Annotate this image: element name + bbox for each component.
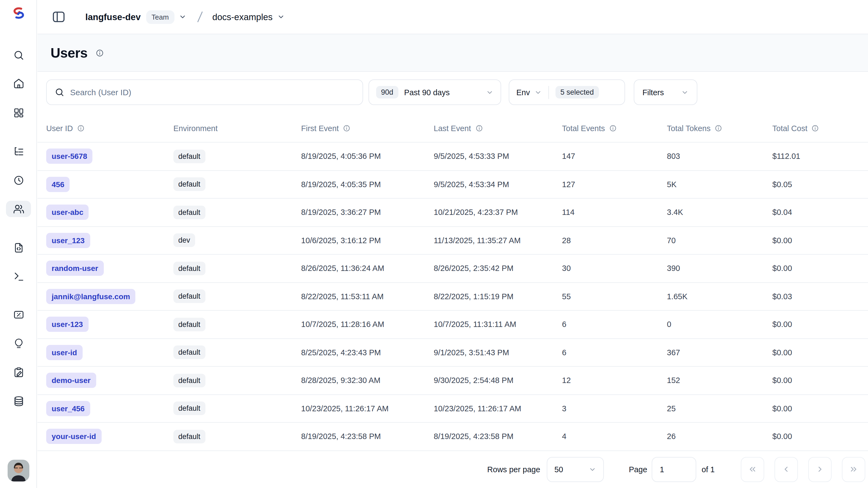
column-header-user_id[interactable]: User ID: [46, 124, 174, 133]
rows-per-page-select[interactable]: 50: [547, 457, 604, 482]
total-cost-cell: $0.00: [772, 320, 868, 329]
sidebar-toggle-button[interactable]: [52, 10, 66, 24]
percent-card-icon: [13, 309, 24, 320]
first-page-button[interactable]: [741, 457, 764, 482]
last-event-cell: 10/23/2025, 11:26:17 AM: [434, 404, 562, 413]
user-id-link[interactable]: user-id: [46, 345, 82, 360]
table-row: user-iddefault8/25/2025, 4:23:43 PM9/1/2…: [37, 339, 868, 367]
user-id-link[interactable]: demo-user: [46, 373, 96, 388]
column-info-icon[interactable]: [715, 124, 722, 132]
pagination-nav: [741, 457, 865, 482]
breadcrumb: langfuse-dev Team docs-examples: [85, 10, 284, 24]
column-header-total_tokens[interactable]: Total Tokens: [667, 124, 772, 133]
project-name[interactable]: docs-examples: [212, 12, 273, 22]
sidebar-item-dashboards[interactable]: [6, 105, 31, 121]
breadcrumb-separator: [195, 11, 205, 23]
user-id-link[interactable]: user-5678: [46, 149, 93, 164]
chevrons-right-icon: [849, 465, 858, 474]
table-body: user-5678default8/19/2025, 4:05:36 PM9/5…: [37, 143, 868, 451]
project-switcher-button[interactable]: [277, 13, 284, 21]
app-window: langfuse-dev Team docs-examples Users: [0, 0, 868, 488]
first-event-cell: 10/6/2025, 3:16:12 PM: [301, 236, 434, 245]
column-header-environment[interactable]: Environment: [174, 124, 301, 133]
total-tokens-cell: 25: [667, 404, 772, 413]
sidebar-item-tracing[interactable]: [6, 143, 31, 160]
column-info-icon[interactable]: [343, 124, 350, 132]
list-tree-icon: [13, 146, 24, 157]
previous-page-button[interactable]: [775, 457, 798, 482]
user-id-link[interactable]: user_456: [46, 401, 90, 416]
sidebar-item-datasets[interactable]: [6, 393, 31, 409]
total-cost-cell: $0.00: [772, 376, 868, 385]
first-event-cell: 8/19/2025, 3:36:27 PM: [301, 208, 434, 217]
environment-filter-button[interactable]: Env 5 selected: [509, 80, 625, 105]
date-range-chip: 90d: [376, 86, 398, 98]
user-id-link[interactable]: user_123: [46, 233, 90, 248]
panel-left-icon: [52, 10, 66, 24]
column-info-icon[interactable]: [77, 124, 85, 132]
total-events-cell: 147: [562, 152, 667, 161]
first-event-cell: 8/19/2025, 4:23:58 PM: [301, 432, 434, 441]
page-number-input[interactable]: [652, 457, 696, 482]
langfuse-logo-icon[interactable]: [11, 6, 26, 20]
column-header-total_events[interactable]: Total Events: [562, 124, 667, 133]
last-event-cell: 10/21/2025, 4:23:37 PM: [434, 208, 562, 217]
date-range-button[interactable]: 90d Past 90 days: [369, 80, 501, 105]
user-id-link[interactable]: your-user-id: [46, 429, 101, 444]
sidebar-item-prompts[interactable]: [6, 239, 31, 256]
page-title-info-icon[interactable]: [96, 49, 104, 57]
first-event-cell: 10/7/2025, 11:28:16 AM: [301, 320, 434, 329]
lightbulb-icon: [13, 338, 24, 349]
last-page-button[interactable]: [842, 457, 865, 482]
total-events-cell: 127: [562, 180, 667, 189]
column-header-total_cost[interactable]: Total Cost: [772, 124, 868, 133]
total-tokens-cell: 1.65K: [667, 292, 772, 301]
total-cost-cell: $0.00: [772, 236, 868, 245]
next-page-button[interactable]: [808, 457, 832, 482]
sidebar-item-insights[interactable]: [6, 335, 31, 351]
column-info-icon[interactable]: [475, 124, 483, 132]
user-id-link[interactable]: random-user: [46, 261, 103, 276]
org-name[interactable]: langfuse-dev: [85, 12, 141, 22]
last-event-cell: 9/5/2025, 4:53:33 PM: [434, 152, 562, 161]
user-avatar[interactable]: [8, 460, 29, 482]
org-switcher-button[interactable]: [179, 13, 186, 21]
sidebar-item-sessions[interactable]: [6, 172, 31, 188]
filters-label: Filters: [643, 88, 664, 96]
table-toolbar: 90d Past 90 days Env 5 selected Filters: [37, 80, 868, 105]
first-event-cell: 8/19/2025, 4:05:36 PM: [301, 152, 434, 161]
first-event-cell: 8/19/2025, 4:05:35 PM: [301, 180, 434, 189]
chevron-down-icon: [589, 465, 596, 473]
filters-button[interactable]: Filters: [634, 80, 698, 105]
table-row: user-5678default8/19/2025, 4:05:36 PM9/5…: [37, 143, 868, 171]
sidebar-item-users[interactable]: [6, 201, 31, 217]
total-events-cell: 3: [562, 404, 667, 413]
column-header-last_event[interactable]: Last Event: [434, 124, 562, 133]
sidebar-item-home[interactable]: [6, 75, 31, 91]
rows-per-page-value: 50: [554, 465, 563, 473]
sidebar-item-search[interactable]: [6, 47, 31, 63]
column-header-label: First Event: [301, 124, 339, 133]
first-event-cell: 8/26/2025, 11:36:24 AM: [301, 264, 434, 273]
user-id-link[interactable]: user-123: [46, 317, 88, 332]
search-input[interactable]: [70, 88, 354, 97]
first-event-cell: 8/25/2025, 4:23:43 PM: [301, 348, 434, 357]
chevron-down-icon: [179, 13, 186, 21]
total-events-cell: 6: [562, 348, 667, 357]
sidebar-item-evaluation[interactable]: [6, 306, 31, 323]
user-id-link[interactable]: 456: [46, 177, 70, 192]
sidebar-item-annotation[interactable]: [6, 364, 31, 380]
env-label: Env: [516, 88, 530, 96]
sidebar: [0, 0, 37, 488]
column-header-first_event[interactable]: First Event: [301, 124, 434, 133]
column-info-icon[interactable]: [812, 124, 819, 132]
total-cost-cell: $0.05: [772, 180, 868, 189]
first-event-cell: 8/22/2025, 11:53:11 AM: [301, 292, 434, 301]
total-cost-cell: $0.04: [772, 208, 868, 217]
table-row: random-userdefault8/26/2025, 11:36:24 AM…: [37, 255, 868, 283]
column-info-icon[interactable]: [609, 124, 617, 132]
user-id-link[interactable]: jannik@langfuse.com: [46, 289, 135, 304]
sidebar-item-playground[interactable]: [6, 268, 31, 285]
last-event-cell: 8/22/2025, 1:15:19 PM: [434, 292, 562, 301]
user-id-link[interactable]: user-abc: [46, 205, 89, 220]
